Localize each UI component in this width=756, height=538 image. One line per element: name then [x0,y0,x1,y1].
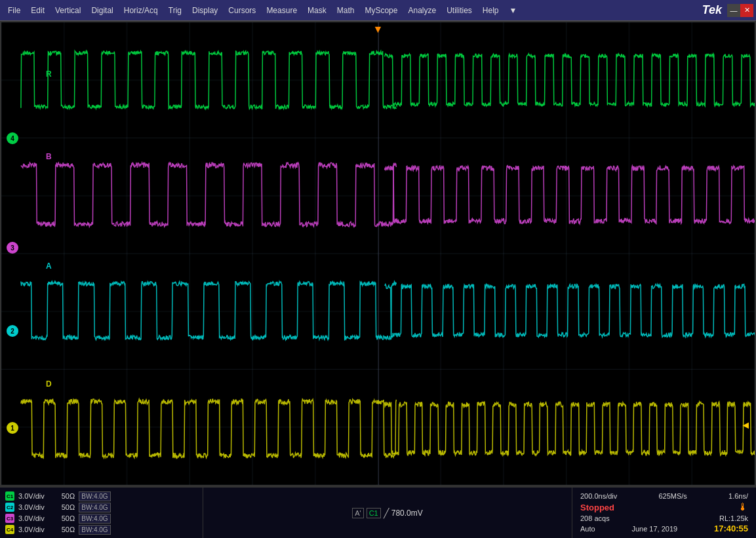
minimize-button[interactable]: — [727,4,740,17]
menu-file[interactable]: File [3,3,26,18]
ch3-badge: C3 [5,514,14,523]
ch1-info-row: C1 3.0V/div 50Ω BW:4.0G [5,491,197,502]
menu-mask[interactable]: Mask [302,3,332,18]
menu-math[interactable]: Math [332,3,360,18]
menu-bar: File Edit Vertical Digital Horiz/Acq Tri… [0,0,756,21]
status-row: Stopped 🌡 [580,501,748,513]
channel-label-B: B [46,152,52,161]
menu-cursors[interactable]: Cursors [223,3,261,18]
channel-label-A: A [46,261,52,271]
ch4-bw: BW:4.0G [79,525,110,535]
ch2-badge: C2 [5,503,14,512]
ch4-badge: C4 [5,525,14,534]
datetime-row: Auto June 17, 2019 17:40:55 [580,524,748,533]
sample-rate-value: 625MS/s [658,492,686,500]
ch2-bw: BW:4.0G [79,503,110,512]
ch1-badge: C1 [5,491,14,501]
rl-value: RL:1.25k [719,514,748,522]
acq-date: June 17, 2019 [631,525,677,533]
ch4-ohm: 50Ω [62,526,75,533]
menu-vertical[interactable]: Vertical [50,3,86,18]
acqs-row: 208 acqs RL:1.25k [580,514,748,522]
menu-analyze[interactable]: Analyze [403,3,441,18]
menu-measure[interactable]: Measure [261,3,302,18]
ch3-vdiv: 3.0V/div [18,514,45,522]
trigger-position-arrow: ▼ [373,24,384,35]
trigger-level-value: 780.0mV [391,509,423,518]
trigger-info: A' C1 ╱ 780.0mV [352,508,423,518]
status-bar: C1 3.0V/div 50Ω BW:4.0G C2 3.0V/div 50Ω … [0,486,756,538]
ch2-ohm: 50Ω [62,503,75,511]
ch-marker-4: 4 [7,132,18,144]
ch-marker-2: 2 [7,325,18,337]
mid-status-panel: A' C1 ╱ 780.0mV [203,488,572,538]
ch1-ohm: 50Ω [62,492,75,500]
ch-marker-1: 1 [7,422,18,434]
timebase-row: 200.0ns/div 625MS/s 1.6ns/ [580,492,748,500]
waveform-R [1,22,755,137]
close-button[interactable]: ✕ [740,4,753,17]
ch-marker-3: 3 [7,242,18,254]
acq-mode: Auto [580,525,595,533]
ch4-vdiv: 3.0V/div [18,526,45,533]
ch3-ohm: 50Ω [62,514,75,522]
waveform-B [1,137,755,252]
trigger-slope-icon: ╱ [384,508,389,518]
ch1-vdiv: 3.0V/div [18,492,45,500]
time-res-value: 1.6ns/ [728,492,748,500]
temperature-icon: 🌡 [738,501,748,513]
acq-time: 17:40:55 [714,524,748,533]
menu-utilities[interactable]: Utilities [441,3,477,18]
channel-label-D: D [46,379,52,389]
menu-horiz-acq[interactable]: Horiz/Acq [119,3,163,18]
ch2-vdiv: 3.0V/div [18,503,45,511]
menu-digital[interactable]: Digital [86,3,118,18]
time-div-value: 200.0ns/div [580,492,617,500]
ch1-bw: BW:4.0G [79,491,110,501]
scope-display: ▼ R B A D 4 3 2 1 ◄ [0,21,756,486]
ch2-info-row: C2 3.0V/div 50Ω BW:4.0G [5,502,197,513]
ch3-bw: BW:4.0G [79,514,110,524]
menu-trig[interactable]: Trig [163,3,187,18]
ch4-info-row: C4 3.0V/div 50Ω BW:4.0G [5,524,197,535]
menu-edit[interactable]: Edit [26,3,50,18]
acqs-count: 208 acqs [580,514,610,522]
waveform-A [1,252,755,370]
menu-help[interactable]: Help [477,3,504,18]
tek-logo: Tek [702,3,727,17]
acquisition-status: Stopped [580,503,614,512]
trigger-level-arrow: ◄ [740,419,751,431]
waveform-D [1,370,755,486]
trigger-ch-label: C1 [367,508,381,518]
menu-display[interactable]: Display [187,3,223,18]
menu-myscope[interactable]: MyScope [359,3,403,18]
right-status-panel: 200.0ns/div 625MS/s 1.6ns/ Stopped 🌡 208… [572,488,756,538]
channel-label-R: R [46,69,52,79]
trigger-label: A' [352,508,363,518]
ch3-info-row: C3 3.0V/div 50Ω BW:4.0G [5,513,197,524]
channel-info-panel: C1 3.0V/div 50Ω BW:4.0G C2 3.0V/div 50Ω … [0,488,203,538]
menu-dropdown[interactable]: ▼ [504,3,523,18]
